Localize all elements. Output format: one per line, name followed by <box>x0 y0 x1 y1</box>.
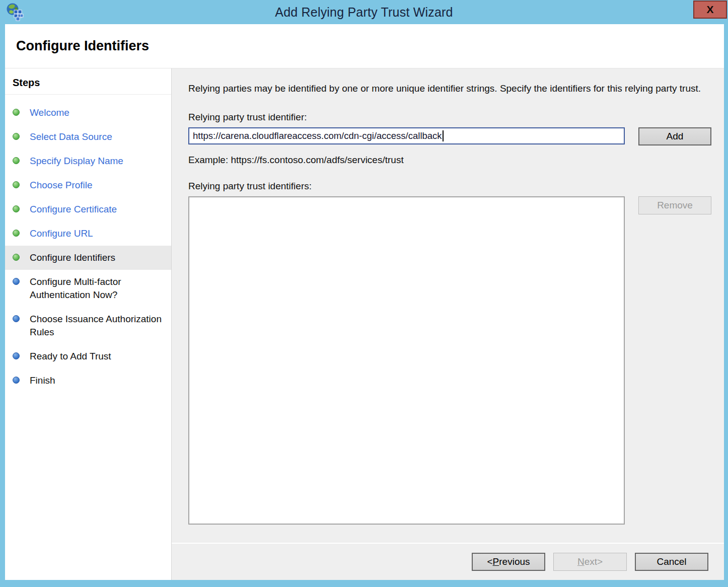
page-header: Configure Identifiers <box>5 24 724 68</box>
step-finish: Finish <box>5 369 171 393</box>
cancel-button[interactable]: Cancel <box>635 553 708 571</box>
previous-button[interactable]: < Previous <box>472 553 545 571</box>
identifiers-list-label: Relying party trust identifiers: <box>188 181 711 192</box>
text-cursor <box>443 130 444 141</box>
step-pending-icon <box>13 377 20 384</box>
page-title: Configure Identifiers <box>16 38 149 54</box>
add-button[interactable]: Add <box>638 127 711 145</box>
step-complete-icon <box>13 109 20 116</box>
step-complete-icon <box>13 205 20 212</box>
intro-text: Relying parties may be identified by one… <box>188 82 708 95</box>
example-text: Example: https://fs.contoso.com/adfs/ser… <box>188 155 711 166</box>
step-pending-icon <box>13 278 20 285</box>
identifiers-listbox[interactable] <box>188 196 625 525</box>
step-select-data-source[interactable]: Select Data Source <box>5 125 171 149</box>
next-button[interactable]: Next > <box>553 553 627 571</box>
identifier-input-value: https://carena.cloudflareaccess.com/cdn-… <box>193 130 442 141</box>
steps-list: Welcome Select Data Source Specify Displ… <box>5 101 171 393</box>
relying-party-identifier-input[interactable]: https://carena.cloudflareaccess.com/cdn-… <box>188 127 625 144</box>
step-ready-to-add-trust: Ready to Add Trust <box>5 344 171 369</box>
step-configure-identifiers[interactable]: Configure Identifiers <box>5 246 171 270</box>
step-configure-url[interactable]: Configure URL <box>5 222 171 246</box>
step-welcome[interactable]: Welcome <box>5 101 171 125</box>
step-specify-display-name[interactable]: Specify Display Name <box>5 149 171 173</box>
step-complete-icon <box>13 181 20 188</box>
steps-heading: Steps <box>5 73 171 95</box>
main-pane: Relying parties may be identified by one… <box>172 68 724 580</box>
close-button[interactable]: X <box>693 1 727 19</box>
titlebar: Add Relying Party Trust Wizard X <box>0 0 728 24</box>
steps-sidebar: Steps Welcome Select Data Source Specify… <box>5 68 172 580</box>
wizard-footer: < Previous Next > Cancel <box>172 543 724 580</box>
identifier-field-label: Relying party trust identifier: <box>188 112 711 123</box>
step-pending-icon <box>13 352 20 359</box>
step-complete-icon <box>13 254 20 261</box>
step-complete-icon <box>13 157 20 164</box>
step-configure-certificate[interactable]: Configure Certificate <box>5 197 171 222</box>
wizard-dialog: Configure Identifiers Steps Welcome Sele… <box>5 24 724 580</box>
remove-button[interactable]: Remove <box>638 196 711 214</box>
step-complete-icon <box>13 133 20 140</box>
step-complete-icon <box>13 230 20 237</box>
step-configure-mfa: Configure Multi-factor Authentication No… <box>5 270 171 307</box>
step-choose-issuance-rules: Choose Issuance Authorization Rules <box>5 307 171 344</box>
window-title: Add Relying Party Trust Wizard <box>0 5 728 20</box>
step-pending-icon <box>13 315 20 322</box>
step-choose-profile[interactable]: Choose Profile <box>5 173 171 197</box>
